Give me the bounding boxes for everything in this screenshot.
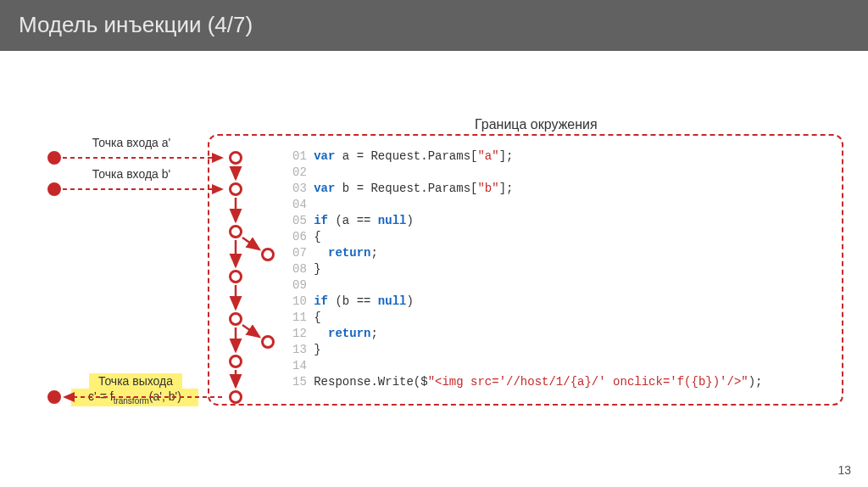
graph-node <box>261 335 275 349</box>
code-line: 01 var a = Request.Params["a"]; <box>292 148 835 165</box>
environment-boundary-label: Граница окружения <box>475 117 598 132</box>
code-line: 10 if (b == null) <box>292 294 835 310</box>
code-listing: 01 var a = Request.Params["a"];02 03 var… <box>292 148 835 390</box>
external-node-a <box>47 151 61 165</box>
entry-label-b: Точка входа b' <box>81 167 182 181</box>
code-line: 11 { <box>292 310 835 326</box>
code-line: 07 return; <box>292 245 835 261</box>
code-line: 03 var b = Request.Params["b"]; <box>292 181 835 197</box>
code-line: 13 } <box>292 342 835 358</box>
page-number: 13 <box>837 463 851 477</box>
code-line: 04 <box>292 197 835 213</box>
graph-node <box>229 270 242 283</box>
exit-label-formula: c' = ftransform(a', b') <box>71 389 198 406</box>
code-line: 12 return; <box>292 326 835 342</box>
code-line: 06 { <box>292 229 835 245</box>
code-line: 05 if (a == null) <box>292 213 835 229</box>
graph-node <box>229 312 242 326</box>
graph-node <box>229 151 242 165</box>
slide-title: Модель инъекции (4/7) <box>19 12 253 37</box>
code-line: 14 <box>292 358 835 374</box>
graph-node <box>229 355 242 368</box>
graph-node <box>229 182 242 196</box>
slide-header: Модель инъекции (4/7) <box>0 0 868 51</box>
external-node-b <box>47 182 61 196</box>
graph-node <box>229 225 242 238</box>
external-node-c <box>47 390 61 404</box>
code-line: 15 Response.Write($"<img src='//host/1/{… <box>292 374 835 390</box>
slide-stage: Граница окружения Точка входа a' Точка в… <box>0 51 868 487</box>
exit-label-title: Точка выхода <box>89 373 182 389</box>
code-line: 08 } <box>292 261 835 277</box>
entry-label-a: Точка входа a' <box>81 136 182 149</box>
graph-node <box>261 248 275 261</box>
code-line: 02 <box>292 165 835 181</box>
graph-node <box>229 390 242 404</box>
code-line: 09 <box>292 277 835 294</box>
